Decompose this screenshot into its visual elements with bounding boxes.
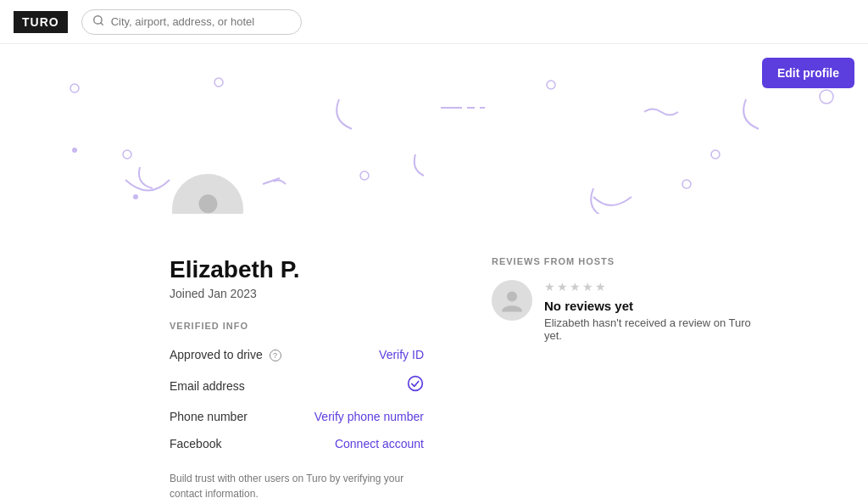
svg-point-15 [133, 194, 138, 199]
reviews-section: REVIEWS FROM HOSTS ★ ★ ★ ★ ★ No reviews … [492, 256, 763, 498]
svg-point-14 [72, 148, 77, 153]
main-content: Elizabeth P. Joined Jan 2023 VERIFIED IN… [0, 214, 868, 498]
verified-table: Approved to drive ? Verify ID Email addr… [170, 341, 424, 457]
turo-logo: TURO [14, 11, 68, 33]
verify-id-link[interactable]: Verify ID [379, 348, 424, 361]
profile-section: Elizabeth P. Joined Jan 2023 VERIFIED IN… [170, 256, 424, 498]
review-text: Elizabeth hasn't received a review on Tu… [544, 316, 763, 342]
verified-item-label: Facebook [170, 430, 305, 457]
svg-line-1 [100, 22, 103, 25]
verify-phone-link[interactable]: Verify phone number [314, 410, 424, 423]
verified-item-label: Approved to drive ? [170, 341, 305, 368]
connect-account-link[interactable]: Connect account [335, 437, 424, 450]
star-4: ★ [582, 280, 593, 294]
star-rating: ★ ★ ★ ★ ★ [544, 280, 763, 294]
star-2: ★ [557, 280, 568, 294]
email-verified-check [407, 378, 424, 395]
profile-joined: Joined Jan 2023 [170, 287, 424, 300]
table-row: Approved to drive ? Verify ID [170, 341, 424, 368]
search-bar[interactable] [81, 9, 302, 35]
svg-point-4 [547, 81, 555, 89]
table-row: Phone number Verify phone number [170, 403, 424, 430]
svg-point-7 [123, 150, 131, 159]
star-3: ★ [570, 280, 581, 294]
review-card: ★ ★ ★ ★ ★ No reviews yet Elizabeth hasn'… [492, 280, 763, 342]
svg-line-13 [263, 178, 280, 184]
svg-point-8 [360, 171, 369, 180]
info-icon: ? [270, 350, 281, 361]
avatar [170, 171, 246, 214]
svg-point-6 [682, 180, 691, 188]
trust-text: Build trust with other users on Turo by … [170, 471, 407, 498]
svg-point-3 [214, 78, 223, 87]
review-title: No reviews yet [544, 299, 763, 313]
verified-item-label: Email address [170, 368, 305, 403]
star-1: ★ [544, 280, 555, 294]
review-content: ★ ★ ★ ★ ★ No reviews yet Elizabeth hasn'… [544, 280, 763, 342]
svg-point-19 [507, 292, 517, 302]
svg-point-5 [711, 150, 720, 159]
svg-point-17 [198, 194, 217, 213]
svg-point-18 [409, 377, 423, 391]
search-input[interactable] [111, 15, 291, 28]
header: TURO [0, 0, 868, 44]
table-row: Facebook Connect account [170, 430, 424, 457]
svg-point-16 [820, 90, 833, 104]
profile-name: Elizabeth P. [170, 256, 424, 283]
verified-info-label: VERIFIED INFO [170, 321, 424, 331]
verified-item-label: Phone number [170, 403, 305, 430]
review-avatar [492, 280, 532, 321]
hero-banner: Edit profile [0, 44, 868, 214]
table-row: Email address [170, 368, 424, 403]
decorative-shapes [0, 44, 868, 214]
svg-point-2 [70, 84, 79, 92]
reviews-label: REVIEWS FROM HOSTS [492, 256, 763, 266]
search-icon [92, 14, 104, 30]
edit-profile-button[interactable]: Edit profile [762, 58, 854, 88]
star-5: ★ [595, 280, 606, 294]
avatar-container [170, 171, 246, 214]
